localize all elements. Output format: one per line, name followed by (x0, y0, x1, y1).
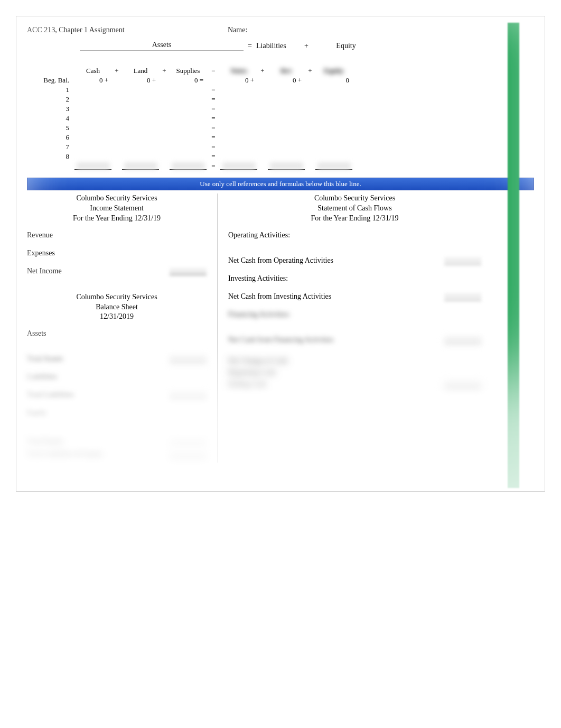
assets-label: Assets (27, 329, 207, 338)
equals-sign: = (207, 95, 220, 104)
total-equity-value[interactable] (170, 438, 207, 446)
equals-sign: = (244, 42, 256, 50)
worksheet: ACC 213, Chapter 1 Assignment Name: Asse… (16, 16, 545, 492)
col-land: Land (122, 67, 159, 75)
total-land-cell[interactable] (122, 162, 159, 170)
total-eq1-cell[interactable] (268, 162, 305, 170)
col-liability-blurred: Notes (220, 67, 257, 75)
transactions-grid: Cash + Land + Supplies = Notes + Rev + E… (27, 67, 534, 170)
row-num: 6 (27, 133, 74, 142)
plus-sign: + (305, 67, 315, 75)
equals-sign: = (207, 67, 220, 75)
plus-sign: + (257, 67, 268, 75)
liabilities-heading: Liabilities (256, 42, 298, 50)
beg-eq1[interactable]: 0 + (268, 76, 305, 85)
instruction-bar: Use only cell references and formulas be… (27, 178, 534, 190)
cash-flow-heading: Columbo Security Services Statement of C… (228, 193, 481, 224)
total-eq2-cell[interactable] (315, 162, 352, 170)
operating-label: Operating Activities: (228, 231, 481, 239)
balance-sheet-heading: Columbo Security Services Balance Sheet … (27, 292, 207, 322)
total-liabilities-label: Total Liabilities (27, 391, 170, 399)
equals-sign: = (207, 143, 220, 151)
row-num: 7 (27, 143, 74, 151)
col-equity2-blurred: Equity (315, 67, 352, 75)
net-investing-value[interactable] (444, 293, 481, 301)
equals-sign: = (207, 133, 220, 142)
equals-sign: = (207, 114, 220, 123)
total-liab-equity-value[interactable] (170, 451, 207, 458)
right-column: Columbo Security Services Statement of C… (218, 193, 534, 463)
financial-statements: Columbo Security Services Income Stateme… (27, 193, 534, 463)
statement-title: Statement of Cash Flows (228, 204, 481, 214)
end-cash-label: Ending Cash (228, 380, 444, 389)
beg-eq2[interactable]: 0 (315, 76, 352, 85)
equity-label: Equity (27, 409, 207, 417)
row-num: 8 (27, 152, 74, 161)
total-liab-cell[interactable] (220, 162, 257, 170)
col-cash: Cash (74, 67, 111, 75)
equals-sign: = (207, 124, 220, 132)
total-liab-equity-label: Total Liabilities & Equity (27, 450, 170, 458)
total-liabilities-value[interactable] (170, 392, 207, 399)
total-assets-label: Total Assets (27, 355, 170, 363)
company-name: Columbo Security Services (27, 292, 207, 302)
row-num: 1 (27, 86, 74, 94)
row-num: 3 (27, 105, 74, 113)
net-financing-label: Net Cash from Financing Activities (228, 336, 444, 344)
statement-period: For the Year Ending 12/31/19 (27, 214, 207, 224)
investing-label: Investing Activities: (228, 274, 481, 283)
statement-title: Balance Sheet (27, 302, 207, 312)
plus-sign: + (159, 67, 170, 75)
name-label: Name: (228, 26, 534, 34)
plus-sign: + (111, 67, 122, 75)
beg-supplies[interactable]: 0 = (170, 76, 207, 85)
row-num: 4 (27, 114, 74, 123)
total-cash-cell[interactable] (74, 162, 111, 170)
beg-liab[interactable]: 0 + (220, 76, 257, 85)
row-num: 5 (27, 124, 74, 132)
green-highlight-bar (508, 23, 519, 488)
beg-cash[interactable]: 0 + (74, 76, 111, 85)
expenses-label: Expenses (27, 249, 207, 257)
net-income-value[interactable] (170, 268, 207, 275)
col-equity1-blurred: Rev (268, 67, 305, 75)
beg-cash-label: Beginning Cash (228, 368, 481, 377)
company-name: Columbo Security Services (228, 193, 481, 204)
net-income-label: Net Income (27, 267, 170, 275)
total-assets-value[interactable] (170, 356, 207, 363)
end-cash-value[interactable] (444, 381, 481, 389)
company-name: Columbo Security Services (27, 193, 207, 204)
net-change-label: Net Change in Cash (228, 357, 481, 365)
net-operating-label: Net Cash from Operating Activities (228, 256, 444, 265)
beg-bal-label: Beg. Bal. (27, 76, 74, 85)
net-operating-value[interactable] (444, 257, 481, 265)
statement-date: 12/31/2019 (27, 312, 207, 322)
total-equity-label: Total Equity (27, 437, 170, 446)
net-investing-label: Net Cash from Investing Activities (228, 292, 444, 301)
row-num: 2 (27, 95, 74, 104)
revenue-label: Revenue (27, 231, 207, 239)
statement-period: For the Year Ending 12/31/19 (228, 214, 481, 224)
equals-sign: = (207, 86, 220, 94)
equals-sign: = (207, 162, 220, 170)
assignment-title: ACC 213, Chapter 1 Assignment (27, 26, 228, 34)
left-column: Columbo Security Services Income Stateme… (27, 193, 217, 463)
col-supplies: Supplies (170, 67, 207, 75)
total-supplies-cell[interactable] (170, 162, 207, 170)
financing-label: Financing Activities: (228, 310, 481, 319)
header-row: ACC 213, Chapter 1 Assignment Name: (27, 26, 534, 34)
equals-sign: = (207, 105, 220, 113)
equity-heading: Equity (314, 42, 378, 50)
income-statement-heading: Columbo Security Services Income Stateme… (27, 193, 207, 224)
net-financing-value[interactable] (444, 337, 481, 344)
equals-sign: = (207, 152, 220, 161)
assets-heading: Assets (80, 41, 244, 51)
statement-title: Income Statement (27, 204, 207, 214)
accounting-equation-header: Assets = Liabilities + Equity (27, 41, 534, 51)
plus-sign: + (298, 42, 314, 50)
liabilities-label: Liabilities (27, 373, 207, 381)
beg-land[interactable]: 0 + (122, 76, 159, 85)
